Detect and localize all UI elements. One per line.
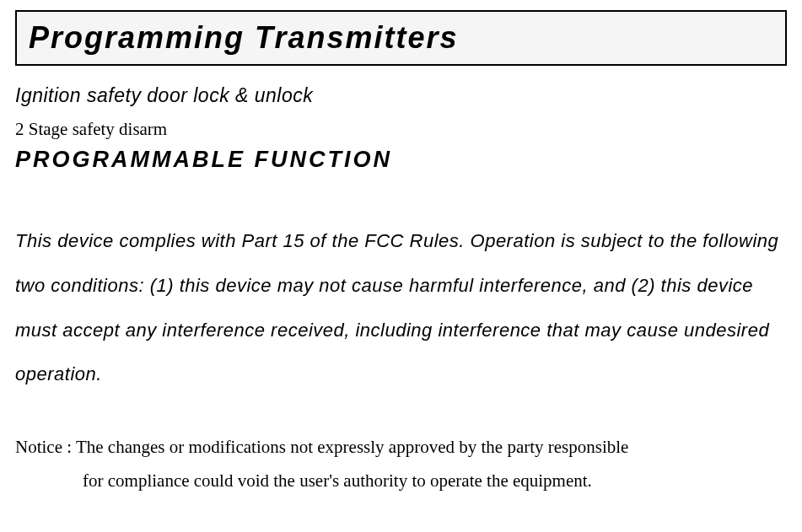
fcc-paragraph: This device complies with Part 15 of the… xyxy=(15,219,787,397)
notice-line-2: for compliance could void the user's aut… xyxy=(15,465,787,498)
notice-line-1: Notice : The changes or modifications no… xyxy=(15,431,787,465)
stage-line: 2 Stage safety disarm xyxy=(15,119,787,140)
notice-block: Notice : The changes or modifications no… xyxy=(15,431,787,498)
ignition-line: Ignition safety door lock & unlock xyxy=(15,84,787,107)
title-box: Programming Transmitters xyxy=(15,10,787,66)
section-heading: PROGRAMMABLE FUNCTION xyxy=(15,147,787,173)
page-title: Programming Transmitters xyxy=(29,20,773,56)
